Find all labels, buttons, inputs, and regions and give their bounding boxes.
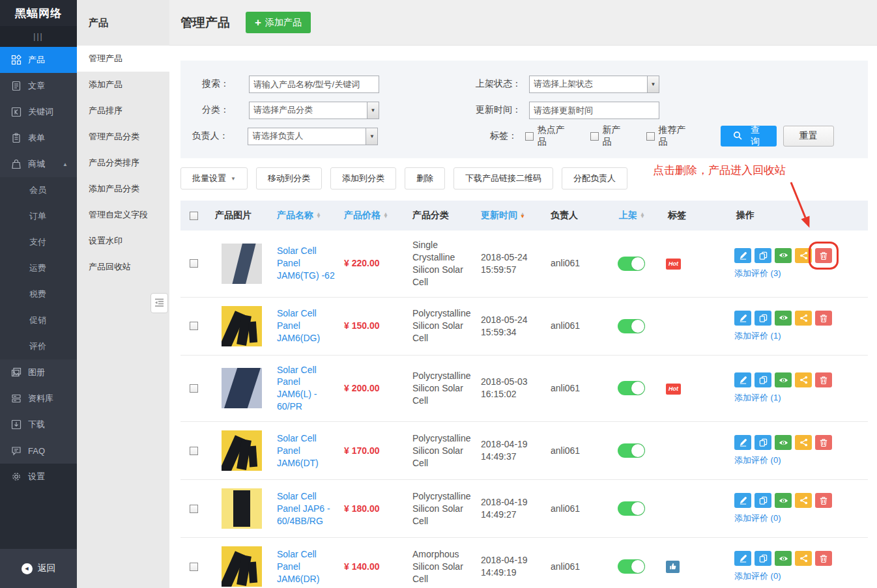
sidebar-item-表单[interactable]: 表单 <box>0 125 77 151</box>
add-review-link[interactable]: 添加评价 (3) <box>734 268 781 279</box>
delete-button[interactable] <box>815 311 832 326</box>
row-checkbox[interactable] <box>190 563 198 571</box>
delete-button[interactable] <box>815 435 832 450</box>
copy-button[interactable] <box>755 493 771 508</box>
share-button[interactable] <box>795 311 812 326</box>
add-product-button[interactable]: + 添加产品 <box>246 12 311 33</box>
sidebar-item-税费[interactable]: 税费 <box>0 281 77 307</box>
add-review-link[interactable]: 添加评价 (1) <box>734 330 781 342</box>
product-name-link[interactable]: Solar Cell Panel JAM6(DG) <box>277 308 320 343</box>
column-header-更新时间[interactable]: 更新时间▲▼ <box>472 210 542 221</box>
row-checkbox[interactable] <box>190 505 198 513</box>
sidebar-item-订单[interactable]: 订单 <box>0 203 77 229</box>
owner-select[interactable]: 请选择负责人 ▼ <box>248 128 378 145</box>
submenu-item-管理产品[interactable]: 管理产品 <box>77 46 169 72</box>
share-button[interactable] <box>795 372 812 387</box>
preview-button[interactable] <box>775 311 792 326</box>
copy-button[interactable] <box>755 372 771 387</box>
toolbar-button-添加到分类[interactable]: 添加到分类 <box>330 167 396 189</box>
edit-button[interactable] <box>734 435 751 450</box>
product-name-link[interactable]: Solar Cell Panel JAM6(DT) <box>277 433 319 468</box>
back-button[interactable]: ◄ 返回 <box>0 549 77 588</box>
on-shelf-toggle[interactable] <box>618 257 645 271</box>
preview-button[interactable] <box>775 435 792 450</box>
submenu-item-产品分类排序[interactable]: 产品分类排序 <box>77 150 169 176</box>
update-time-input[interactable] <box>529 102 659 119</box>
share-button[interactable] <box>795 435 812 450</box>
toolbar-button-移动到分类[interactable]: 移动到分类 <box>256 167 322 189</box>
row-checkbox[interactable] <box>190 259 198 268</box>
share-button[interactable] <box>795 493 812 508</box>
sidebar-item-文章[interactable]: 文章 <box>0 73 77 99</box>
sidebar-item-设置[interactable]: 设置 <box>0 464 77 490</box>
share-button[interactable] <box>795 248 812 263</box>
product-name-link[interactable]: Solar Cell Panel JAM6(TG) -62 <box>277 245 335 281</box>
sidebar-item-支付[interactable]: 支付 <box>0 229 77 255</box>
row-checkbox[interactable] <box>190 384 198 393</box>
sidebar-collapse-button[interactable]: ||| <box>0 26 77 47</box>
toolbar-button-批量设置[interactable]: 批量设置▼ <box>180 167 248 189</box>
query-button[interactable]: 查询 <box>721 126 777 147</box>
submenu-item-添加产品分类[interactable]: 添加产品分类 <box>77 176 169 202</box>
add-review-link[interactable]: 添加评价 (0) <box>734 455 781 466</box>
sidebar-item-关键词[interactable]: 关键词 <box>0 99 77 125</box>
row-checkbox[interactable] <box>190 447 198 455</box>
tag-checkbox-新产品[interactable]: 新产品 <box>590 124 629 148</box>
delete-button[interactable] <box>815 551 832 566</box>
sidebar-item-促销[interactable]: 促销 <box>0 307 77 333</box>
toolbar-button-分配负责人[interactable]: 分配负责人 <box>562 167 627 189</box>
copy-button[interactable] <box>755 311 771 326</box>
toolbar-button-下载产品链接二维码[interactable]: 下载产品链接二维码 <box>453 167 553 189</box>
reset-button[interactable]: 重置 <box>783 126 834 147</box>
delete-button[interactable] <box>815 372 832 387</box>
submenu-item-产品排序[interactable]: 产品排序 <box>77 98 169 124</box>
toolbar-button-删除[interactable]: 删除 <box>405 167 445 189</box>
copy-button[interactable] <box>755 435 771 450</box>
column-header-产品名称[interactable]: 产品名称▲▼ <box>268 210 336 221</box>
edit-button[interactable] <box>734 551 751 566</box>
preview-button[interactable] <box>775 493 792 508</box>
product-name-link[interactable]: Solar Cell Panel JAM6(L) - 60/PR <box>277 365 317 412</box>
preview-button[interactable] <box>775 551 792 566</box>
add-review-link[interactable]: 添加评价 (0) <box>734 512 781 524</box>
preview-button[interactable] <box>775 248 792 263</box>
copy-button[interactable] <box>755 551 771 566</box>
submenu-item-添加产品[interactable]: 添加产品 <box>77 72 169 98</box>
sidebar-item-产品[interactable]: 产品 <box>0 47 77 73</box>
copy-button[interactable] <box>755 248 771 263</box>
on-shelf-toggle[interactable] <box>618 381 645 395</box>
share-button[interactable] <box>795 551 812 566</box>
sidebar-item-资料库[interactable]: 资料库 <box>0 385 77 412</box>
submenu-item-产品回收站[interactable]: 产品回收站 <box>77 254 169 280</box>
sidebar-item-会员[interactable]: 会员 <box>0 177 77 203</box>
add-review-link[interactable]: 添加评价 (0) <box>734 570 781 582</box>
delete-button[interactable] <box>815 493 832 508</box>
column-header-产品价格[interactable]: 产品价格▲▼ <box>336 210 404 221</box>
product-name-link[interactable]: Solar Cell Panel JAP6 - 60/4BB/RG <box>277 491 330 526</box>
edit-button[interactable] <box>734 248 751 263</box>
column-header-上架[interactable]: 上架▲▼ <box>611 210 659 221</box>
row-checkbox[interactable] <box>190 322 198 330</box>
edit-button[interactable] <box>734 493 751 508</box>
sidebar-item-图册[interactable]: 图册 <box>0 359 77 385</box>
status-select[interactable]: 请选择上架状态 ▼ <box>529 76 659 93</box>
delete-button[interactable] <box>815 248 832 263</box>
product-name-link[interactable]: Solar Cell Panel JAM6(DR) <box>277 549 319 584</box>
submenu-item-管理产品分类[interactable]: 管理产品分类 <box>77 124 169 150</box>
checkbox[interactable] <box>590 132 599 141</box>
submenu-item-设置水印[interactable]: 设置水印 <box>77 228 169 254</box>
edit-button[interactable] <box>734 311 751 326</box>
sidebar-item-FAQ[interactable]: FAQ <box>0 438 77 464</box>
select-all-checkbox[interactable] <box>190 212 198 220</box>
tag-checkbox-热点产品[interactable]: 热点产品 <box>525 124 573 148</box>
sidebar-item-运费[interactable]: 运费 <box>0 255 77 281</box>
category-select[interactable]: 请选择产品分类 ▼ <box>249 102 379 119</box>
on-shelf-toggle[interactable] <box>618 501 645 516</box>
on-shelf-toggle[interactable] <box>618 443 645 458</box>
tag-checkbox-推荐产品[interactable]: 推荐产品 <box>646 124 695 148</box>
preview-button[interactable] <box>775 372 792 387</box>
add-review-link[interactable]: 添加评价 (1) <box>734 392 781 404</box>
edit-button[interactable] <box>734 372 751 387</box>
sidebar-item-评价[interactable]: 评价 <box>0 333 77 359</box>
checkbox[interactable] <box>525 132 534 141</box>
